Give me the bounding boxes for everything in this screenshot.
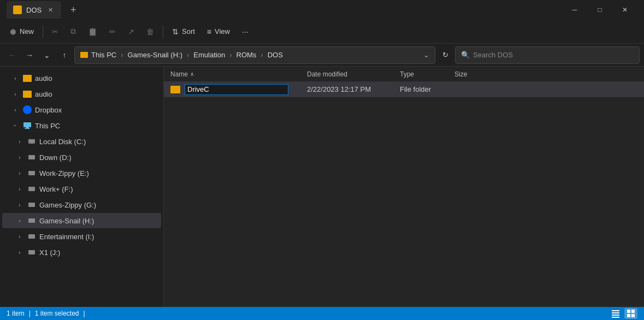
delete-button[interactable]: 🗑	[141, 22, 159, 42]
svg-rect-15	[612, 315, 619, 316]
svg-rect-6	[28, 155, 35, 159]
details-view-button[interactable]	[609, 308, 622, 319]
search-input[interactable]	[473, 51, 634, 59]
breadcrumb-dos[interactable]: DOS	[268, 51, 283, 59]
refresh-button[interactable]: ↻	[438, 48, 453, 63]
copy-icon: ⧉	[70, 27, 76, 36]
view-icon: ≡	[207, 27, 211, 36]
sidebar-item-gamesg[interactable]: › Games-Zippy (G:)	[2, 197, 161, 212]
sidebar-item-audio2[interactable]: › audio	[2, 86, 161, 102]
cut-button[interactable]: ✂	[46, 22, 64, 42]
rename-button[interactable]: ✏	[104, 22, 121, 42]
expand-arrow-gamesg: ›	[15, 200, 24, 209]
sidebar-item-x1j[interactable]: › X1 (J:)	[2, 245, 161, 260]
expand-arrow-audio2: ›	[11, 90, 20, 98]
sidebar-item-dropbox[interactable]: › Dropbox	[2, 102, 161, 117]
minimize-button[interactable]: ─	[562, 0, 587, 20]
expand-arrow-gamesh: ›	[15, 216, 24, 225]
address-row: ← → ⌄ ↑ This PC › Games-Snail (H:) › Emu…	[0, 44, 644, 67]
sidebar-item-workf[interactable]: › Work+ (F:)	[2, 181, 161, 197]
sidebar-item-localc[interactable]: › Local Disk (C:)	[2, 134, 161, 149]
sidebar-item-downd[interactable]: › Down (D:)	[2, 150, 161, 165]
back-button[interactable]: ←	[4, 48, 20, 63]
more-button[interactable]: ···	[237, 22, 254, 42]
tab-close-button[interactable]: ✕	[46, 5, 55, 14]
expand-arrow-workf: ›	[15, 185, 24, 193]
col-header-size[interactable]: Size	[454, 70, 498, 78]
sidebar-item-thispc[interactable]: › This PC	[2, 118, 161, 133]
active-tab[interactable]: DOS ✕	[7, 1, 61, 19]
new-label: New	[20, 27, 34, 35]
sort-label: Sort	[182, 27, 195, 35]
breadcrumb-games-snail-label: Games-Snail (H:)	[128, 51, 182, 59]
forward-button[interactable]: →	[22, 48, 37, 63]
col-header-name[interactable]: Name ∧	[170, 70, 307, 78]
folder-icon-audio1	[23, 75, 32, 82]
svg-rect-1	[26, 127, 29, 128]
drive-icon-x1j	[27, 248, 36, 257]
paste-icon: 📋	[88, 27, 97, 36]
expand-arrow-downd: ›	[15, 153, 24, 162]
drive-icon-gamesh	[27, 216, 36, 225]
view-switcher	[609, 308, 637, 319]
copy-button[interactable]: ⧉	[65, 22, 81, 42]
svg-rect-7	[28, 171, 35, 175]
sidebar-item-enti[interactable]: › Entertainment (I:)	[2, 229, 161, 244]
svg-rect-17	[627, 310, 630, 313]
sort-arrow-icon: ∧	[190, 71, 194, 77]
col-type-label: Type	[400, 70, 414, 78]
breadcrumb-emulation[interactable]: Emulation	[193, 51, 225, 59]
svg-point-5	[33, 143, 34, 144]
maximize-button[interactable]: □	[587, 0, 612, 20]
tab-title: DOS	[26, 6, 42, 14]
file-row-drivec[interactable]: 2/22/2023 12:17 PM File folder	[164, 82, 644, 97]
paste-button[interactable]: 📋	[82, 22, 103, 42]
breadcrumb-this-pc-label: This PC	[91, 51, 116, 59]
pc-icon	[23, 121, 32, 130]
sidebar-label-thispc: This PC	[35, 122, 60, 130]
new-button[interactable]: ⊕ New	[4, 22, 39, 42]
breadcrumb-emulation-label: Emulation	[193, 51, 225, 59]
col-header-type[interactable]: Type	[400, 70, 454, 78]
sidebar-label-downd: Down (D:)	[39, 153, 72, 162]
file-name-cell-drivec	[170, 84, 307, 95]
tab-folder-icon	[13, 5, 22, 14]
drive-icon-worke	[27, 169, 36, 177]
sidebar-item-worke[interactable]: › Work-Zippy (E:)	[2, 165, 161, 181]
up-button[interactable]: ↑	[57, 48, 72, 63]
file-date-cell-drivec: 2/22/2023 12:17 PM	[307, 85, 400, 93]
share-button[interactable]: ↗	[122, 22, 140, 42]
sidebar-item-audio1[interactable]: › audio	[2, 70, 161, 86]
sort-button[interactable]: ⇅ Sort	[167, 22, 200, 42]
sidebar-label-worke: Work-Zippy (E:)	[39, 169, 89, 177]
sidebar-label-gamesh: Games-Snail (H:)	[39, 217, 94, 225]
sort-icon: ⇅	[172, 27, 179, 36]
tiles-view-button[interactable]	[624, 308, 637, 319]
file-rename-input[interactable]	[185, 84, 288, 95]
breadcrumb-roms[interactable]: ROMs	[237, 51, 257, 59]
dropbox-icon	[23, 105, 32, 114]
address-dropdown-button[interactable]: ⌄	[423, 51, 429, 59]
breadcrumb-this-pc[interactable]: This PC	[91, 51, 116, 59]
expand-arrow-worke: ›	[15, 169, 24, 177]
breadcrumb-games-snail[interactable]: Games-Snail (H:)	[128, 51, 182, 59]
close-button[interactable]: ✕	[612, 0, 637, 20]
breadcrumb-roms-label: ROMs	[237, 51, 257, 59]
cut-icon: ✂	[52, 27, 58, 36]
sidebar-label-gamesg: Games-Zippy (G:)	[39, 201, 96, 209]
search-box[interactable]: 🔍	[455, 46, 640, 64]
recent-locations-button[interactable]: ⌄	[39, 48, 55, 63]
col-size-label: Size	[454, 70, 467, 78]
svg-rect-4	[29, 143, 31, 143]
sidebar-label-audio1: audio	[35, 74, 52, 82]
delete-icon: 🗑	[146, 27, 154, 36]
new-tab-button[interactable]: +	[66, 2, 81, 17]
view-button[interactable]: ≡ View	[202, 22, 235, 42]
col-header-date[interactable]: Date modified	[307, 70, 400, 78]
toolbar-separator-1	[43, 25, 43, 38]
address-bar[interactable]: This PC › Games-Snail (H:) › Emulation ›…	[74, 46, 435, 64]
expand-arrow-localc: ›	[15, 137, 24, 146]
selected-count: 1 item selected	[35, 310, 79, 317]
column-headers: Name ∧ Date modified Type Size	[164, 67, 644, 82]
sidebar-item-gamesh[interactable]: › Games-Snail (H:)	[2, 213, 161, 228]
